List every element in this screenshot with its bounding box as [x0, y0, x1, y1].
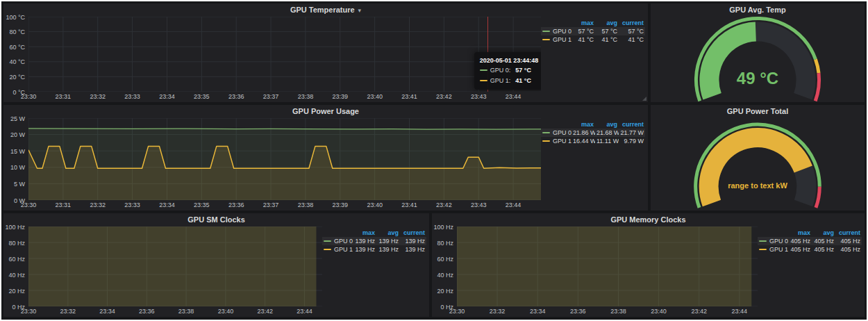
legend-stat-value: 405 Hz — [812, 245, 835, 254]
x-axis-label: 23:41 — [401, 93, 417, 100]
tooltip-series-label: GPU 0: — [490, 67, 511, 74]
panel-header-gpu-avg-temp[interactable]: GPU Avg. Temp — [651, 3, 865, 17]
legend-stat-value: 41 °C — [571, 35, 595, 44]
x-axis-label: 23:44 — [506, 201, 521, 208]
x-axis-label: 23:42 — [436, 93, 452, 100]
y-axis-label: 80 Hz — [437, 240, 453, 247]
power-usage-chart[interactable]: 0 W5 W10 W15 W20 W25 W23:3023:3123:3223:… — [6, 118, 541, 209]
legend-stat-header[interactable]: avg — [595, 120, 619, 129]
legend-series-name[interactable]: GPU 0 — [541, 27, 571, 35]
legend-stat-value: 139 Hz — [400, 245, 426, 254]
panel-gpu-power-usage: GPU Power Usage 0 W5 W10 W15 W20 W25 W23… — [3, 105, 648, 211]
panel-title[interactable]: GPU Power Usage — [292, 107, 359, 115]
legend-series-name[interactable]: GPU 0 — [541, 129, 571, 137]
panel-header-gpu-sm-clocks[interactable]: GPU SM Clocks — [3, 213, 429, 227]
x-axis-label: 23:40 — [367, 93, 383, 100]
legend-series-name[interactable]: GPU 0 — [758, 237, 788, 245]
series-dash-icon — [542, 31, 550, 32]
legend-table: maxavgcurrentGPU 057 °C57 °C57 °CGPU 141… — [541, 19, 645, 44]
legend-stat-value: 57 °C — [619, 27, 645, 35]
y-axis: 0 W5 W10 W15 W20 W25 W — [6, 118, 28, 200]
plot-area — [28, 118, 541, 200]
avg-temp-gauge: 49 °C — [651, 17, 865, 102]
legend-stat-header[interactable]: current — [400, 229, 426, 237]
tooltip-row: GPU 1:41 °C — [480, 76, 539, 85]
legend-stat-header[interactable]: current — [835, 229, 862, 237]
panel-gpu-memory-clocks: GPU Memory Clocks 0 Hz20 Hz40 Hz60 Hz80 … — [432, 213, 865, 317]
x-axis-label: 23:38 — [298, 201, 314, 208]
tooltip-series-label: GPU 1: — [490, 77, 511, 84]
series-dash-icon — [542, 39, 550, 40]
legend-stat-header[interactable]: current — [619, 120, 645, 129]
x-axis-label: 23:35 — [194, 93, 210, 100]
panel-gpu-avg-temp: GPU Avg. Temp 49 °C — [651, 3, 865, 102]
legend-stat-value: 139 Hz — [353, 245, 376, 254]
series-dash-icon — [542, 140, 550, 142]
series-dash-icon — [324, 240, 331, 242]
x-axis-label: 23:37 — [263, 201, 279, 208]
x-axis-label: 23:39 — [333, 93, 349, 100]
temperature-chart[interactable]: 0 °C20 °C40 °C60 °C80 °C100 °C2020-05-01… — [6, 17, 541, 101]
panel-header-gpu-temperature[interactable]: GPU Temperature▾ — [3, 3, 648, 17]
legend-stat-header[interactable]: avg — [376, 229, 400, 237]
x-axis-label: 23:30 — [21, 93, 37, 100]
panel-resize-handle[interactable] — [642, 97, 646, 101]
panel-title[interactable]: GPU Temperature — [290, 6, 355, 14]
y-axis: 0 °C20 °C40 °C60 °C80 °C100 °C — [6, 17, 28, 92]
legend-stat-value: 405 Hz — [812, 237, 835, 245]
legend-stat-value: 9.79 W — [619, 137, 645, 145]
legend-stat-value: 16.44 W — [571, 137, 595, 145]
x-axis-label: 23:38 — [610, 308, 626, 315]
series-dash-icon — [542, 132, 550, 133]
legend-stat-value: 57 °C — [571, 27, 595, 35]
x-axis-label: 23:34 — [530, 308, 546, 315]
sm-clocks-chart[interactable]: 0 Hz20 Hz40 Hz60 Hz80 Hz100 Hz23:3023:32… — [6, 227, 322, 315]
legend-stat-value: 139 Hz — [353, 237, 376, 245]
y-axis-label: 40 Hz — [8, 272, 25, 279]
legend-stat-value: 405 Hz — [788, 237, 812, 245]
panel-header-gpu-memory-clocks[interactable]: GPU Memory Clocks — [432, 213, 865, 227]
legend-stat-header[interactable]: max — [571, 120, 595, 129]
legend-series-name[interactable]: GPU 1 — [541, 137, 571, 145]
panel-title[interactable]: GPU SM Clocks — [187, 215, 245, 224]
chart-svg — [457, 227, 758, 306]
legend-stat-header[interactable]: max — [788, 229, 812, 237]
legend-series-name[interactable]: GPU 1 — [541, 35, 571, 44]
legend-stat-header[interactable]: max — [571, 19, 595, 27]
dashboard-row-3: GPU SM Clocks 0 Hz20 Hz40 Hz60 Hz80 Hz10… — [3, 213, 865, 317]
panel-title[interactable]: GPU Memory Clocks — [610, 215, 685, 224]
panel-header-gpu-power-total[interactable]: GPU Power Total — [651, 105, 865, 118]
legend-stat-header[interactable]: max — [353, 229, 376, 237]
x-axis-label: 23:33 — [124, 93, 140, 100]
x-axis: 23:3023:3223:3423:3623:3823:4023:4223:44 — [28, 306, 322, 315]
plot-area — [28, 227, 322, 306]
sm-clocks-legend: maxavgcurrentGPU 0139 Hz139 Hz139 HzGPU … — [322, 227, 426, 315]
legend-stat-value: 139 Hz — [376, 237, 400, 245]
panel-title[interactable]: GPU Power Total — [727, 107, 788, 115]
x-axis-label: 23:43 — [471, 201, 487, 208]
x-axis-label: 23:42 — [257, 308, 273, 315]
x-axis-label: 23:32 — [90, 201, 106, 208]
x-axis-label: 23:30 — [21, 201, 37, 208]
y-axis: 0 Hz20 Hz40 Hz60 Hz80 Hz100 Hz — [435, 227, 457, 306]
power-total-gauge: range to text kW — [651, 118, 865, 211]
panel-title[interactable]: GPU Avg. Temp — [729, 6, 786, 14]
panel-header-gpu-power-usage[interactable]: GPU Power Usage — [3, 105, 648, 118]
legend-series-name[interactable]: GPU 1 — [322, 245, 353, 254]
series-dash-icon — [480, 80, 487, 81]
legend-stat-value: 21.68 W — [595, 129, 619, 137]
legend-series-name[interactable]: GPU 0 — [322, 237, 353, 245]
legend-stat-header[interactable]: avg — [812, 229, 835, 237]
legend-stat-header[interactable]: current — [619, 19, 645, 27]
x-axis-label: 23:42 — [436, 201, 452, 208]
x-axis-label: 23:31 — [56, 93, 72, 100]
x-axis-label: 23:32 — [60, 308, 76, 315]
legend-stat-header[interactable]: avg — [595, 19, 619, 27]
grafana-dashboard: GPU Temperature▾ 0 °C20 °C40 °C60 °C80 °… — [1, 1, 867, 320]
legend-table: maxavgcurrentGPU 021.86 W21.68 W21.77 WG… — [541, 120, 645, 145]
legend-series-name[interactable]: GPU 1 — [758, 245, 788, 254]
x-axis-label: 23:44 — [732, 308, 748, 315]
memory-clocks-chart[interactable]: 0 Hz20 Hz40 Hz60 Hz80 Hz100 Hz23:3023:32… — [435, 227, 758, 315]
y-axis-label: 20 °C — [9, 74, 25, 81]
y-axis-label: 80 °C — [9, 28, 25, 35]
